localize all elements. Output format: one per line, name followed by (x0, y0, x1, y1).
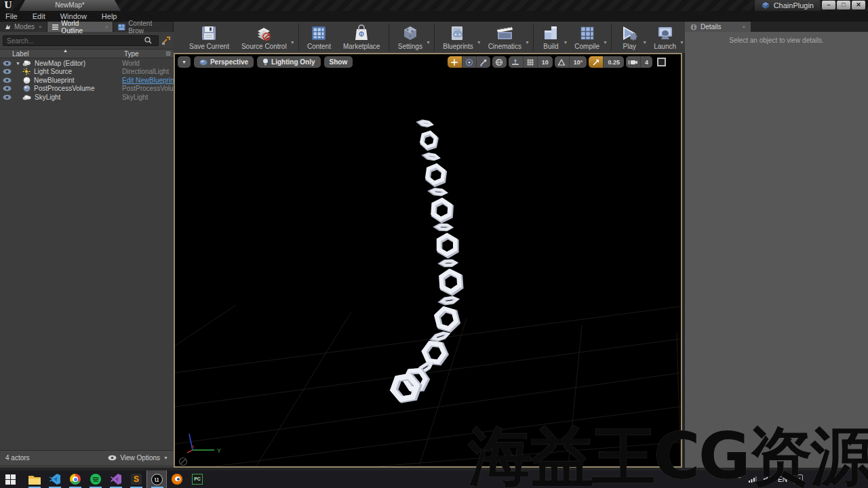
rotation-snap-value[interactable]: 10° (569, 56, 587, 68)
perspective-icon (199, 59, 208, 66)
tab-world-outliner[interactable]: World Outline× (47, 22, 114, 32)
compile-button[interactable]: Compile (568, 23, 606, 51)
file-explorer-icon (28, 474, 41, 485)
rotate-tool-button[interactable] (462, 56, 476, 68)
map-tab[interactable]: NewMap* (19, 0, 121, 11)
details-panel: Details × Select an object to view detai… (685, 22, 868, 468)
scale-snap-icon (592, 58, 600, 66)
add-filter-icon[interactable] (161, 37, 171, 45)
taskbar-sublime[interactable]: S (126, 470, 146, 488)
taskbar-visual-studio[interactable] (106, 470, 126, 488)
outliner-row-postprocessvolume[interactable]: PostProcessVolume PostProcessVolur (0, 85, 174, 94)
chevron-down-icon: ▼ (163, 455, 168, 460)
viewport-transform-controls: 10 10° 0.25 4 (448, 56, 666, 68)
tab-content-browser[interactable]: Content Brow (113, 22, 174, 32)
globe-icon (495, 58, 503, 66)
marketplace-button[interactable]: Marketplace (337, 23, 386, 51)
left-tab-strip: Modes× World Outline× Content Brow (0, 22, 174, 32)
visibility-eye-icon[interactable] (3, 77, 12, 83)
settings-icon (401, 24, 419, 42)
actor-count: 4 actors (5, 454, 30, 462)
expand-arrow-icon[interactable]: ▼ (16, 61, 20, 66)
menu-help[interactable]: Help (102, 12, 117, 20)
launch-button[interactable]: Launch (648, 23, 682, 51)
taskbar-chrome[interactable] (65, 470, 85, 488)
pycharm-icon: PC (192, 474, 203, 485)
outliner-row-newblueprint[interactable]: NewBlueprint Edit NewBlueprin (0, 76, 174, 85)
menu-file[interactable]: File (5, 12, 18, 20)
move-icon (450, 58, 458, 66)
spotify-icon (90, 474, 101, 485)
world-local-toggle-button[interactable] (492, 56, 507, 68)
grid-snap-button[interactable] (523, 56, 537, 68)
outliner-row-skylight[interactable]: SkyLight SkyLight (0, 93, 174, 102)
maximize-button[interactable]: □ (837, 1, 850, 9)
taskbar-vscode[interactable] (45, 470, 65, 488)
edit-blueprint-link[interactable]: Edit NewBlueprin (122, 77, 174, 84)
show-button[interactable]: Show (324, 56, 353, 68)
start-button[interactable] (0, 470, 20, 488)
menu-edit[interactable]: Edit (33, 12, 45, 20)
taskbar-pycharm[interactable]: PC (187, 470, 208, 488)
camera-speed-value[interactable]: 4 (640, 56, 652, 68)
close-button[interactable]: ✕ (852, 1, 865, 9)
visibility-eye-icon[interactable] (3, 60, 12, 66)
visibility-eye-icon[interactable] (3, 85, 12, 92)
bulb-icon (262, 58, 269, 66)
visibility-eye-icon[interactable] (3, 94, 12, 100)
column-settings-icon[interactable]: ▨ (165, 50, 171, 56)
chain-mesh[interactable] (389, 121, 460, 405)
viewport-render: Y x (175, 54, 681, 466)
directional-light-icon (22, 68, 31, 75)
minimize-button[interactable]: – (822, 1, 835, 9)
scale-snap-button[interactable] (589, 56, 603, 68)
taskbar-unreal-engine[interactable]: u (146, 470, 167, 488)
save-icon (200, 24, 218, 42)
outliner-row-lightsource[interactable]: Light Source DirectionalLight (0, 68, 174, 77)
blueprints-button[interactable]: Blueprints (437, 23, 479, 51)
maximize-viewport-button[interactable] (657, 58, 666, 66)
viewport[interactable]: Y x ▼ Perspective Lighting Only Show (174, 53, 682, 468)
grid-icon (526, 58, 534, 66)
move-tool-button[interactable] (448, 56, 462, 68)
taskbar-blender[interactable] (167, 470, 187, 488)
surface-snap-button[interactable] (509, 56, 523, 68)
postprocess-icon (23, 85, 31, 92)
cinematics-button[interactable]: Cinematics (482, 23, 528, 51)
close-tab-icon[interactable]: × (743, 24, 746, 30)
taskbar-spotify[interactable] (85, 470, 106, 488)
column-type[interactable]: Type (124, 50, 139, 58)
sort-asc-icon: ▲ (63, 48, 68, 53)
search-input[interactable] (3, 35, 159, 46)
world-icon (22, 60, 31, 66)
taskbar-file-explorer[interactable] (24, 470, 45, 488)
visibility-eye-icon[interactable] (3, 68, 12, 75)
source-control-button[interactable]: Source Control (235, 23, 293, 51)
project-name: ChainPlugin (774, 1, 814, 9)
tab-details[interactable]: Details × (685, 22, 751, 32)
lighting-only-button[interactable]: Lighting Only (257, 56, 320, 68)
save-current-button[interactable]: Save Current (183, 23, 235, 51)
camera-speed-button[interactable] (626, 56, 640, 68)
tab-modes[interactable]: Modes× (0, 22, 47, 32)
content-button[interactable]: Content (301, 23, 337, 51)
scale-snap-value[interactable]: 0.25 (603, 56, 624, 68)
scale-tool-button[interactable] (476, 56, 490, 68)
rotate-icon (465, 58, 473, 66)
content-browser-icon (310, 24, 328, 42)
outliner-column-header[interactable]: Label ▲ Type ▨ (0, 49, 174, 58)
build-button[interactable]: Build (536, 23, 566, 51)
details-tab-strip: Details × (685, 22, 868, 32)
perspective-button[interactable]: Perspective (194, 56, 254, 68)
view-options-button[interactable]: View Options ▼ (108, 454, 168, 462)
column-label[interactable]: Label (12, 50, 28, 58)
grid-snap-value[interactable]: 10 (537, 56, 553, 68)
rotation-snap-button[interactable] (555, 56, 569, 68)
outliner-row-newmap[interactable]: ▼ NewMap (Editor) World (0, 59, 174, 68)
marketplace-icon (353, 24, 370, 42)
viewport-toolbar: ▼ Perspective Lighting Only Show (178, 56, 353, 68)
play-button[interactable]: Play (614, 23, 645, 51)
settings-button[interactable]: Settings (392, 23, 429, 51)
viewport-options-button[interactable]: ▼ (178, 56, 191, 68)
search-icon (144, 37, 152, 44)
